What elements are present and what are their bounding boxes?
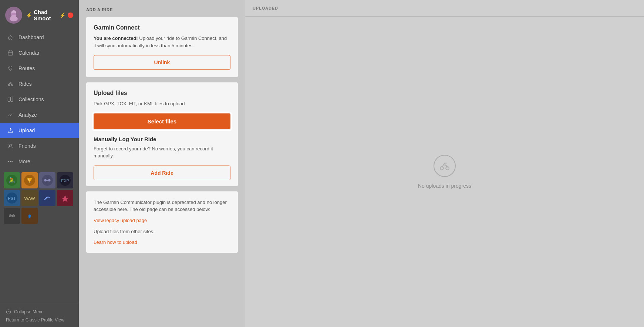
rides-icon	[7, 80, 14, 88]
friends-icon	[7, 142, 14, 150]
lightning-left-icon: ⚡	[26, 12, 32, 18]
badge-9[interactable]: 👤	[21, 208, 38, 224]
badge-2[interactable]: 🏆	[21, 172, 38, 188]
collections-icon	[7, 96, 14, 103]
add-ride-title: ADD A RIDE	[86, 7, 238, 12]
svg-point-16	[12, 161, 13, 162]
badge-4[interactable]: EXP	[57, 172, 73, 188]
badge-1[interactable]: 🚴	[4, 172, 20, 188]
upload-files-description: Pick GPX, TCX, FIT, or KML files to uplo…	[94, 100, 230, 108]
svg-text:WAW: WAW	[24, 196, 35, 201]
legacy-card: The Garmin Communicator plugin is deprec…	[86, 191, 238, 253]
premium-badge-icon: 🔴	[67, 12, 74, 18]
svg-point-12	[9, 144, 10, 146]
manually-log-title: Manually Log Your Ride	[94, 136, 230, 142]
sidebar-footer: Collapse Menu Return to Classic Profile …	[0, 303, 79, 327]
sidebar-item-upload[interactable]: Upload	[0, 123, 79, 138]
svg-rect-10	[8, 98, 10, 101]
location-icon	[7, 65, 14, 72]
lightning-right-icon: ⚡	[60, 12, 66, 18]
no-uploads-icon	[434, 155, 456, 177]
badge-6[interactable]: WAW	[21, 190, 38, 206]
badge-7[interactable]	[39, 190, 55, 206]
svg-point-15	[10, 161, 11, 162]
right-panel: UPLOADED No uploads in progress	[245, 0, 644, 327]
garmin-card-description: You are connected! Upload your ride to G…	[94, 35, 230, 49]
sidebar-item-routes[interactable]: Routes	[0, 61, 79, 76]
calendar-icon	[7, 49, 14, 57]
svg-text:🚴: 🚴	[9, 177, 16, 184]
svg-rect-5	[11, 15, 16, 18]
unlink-button[interactable]: Unlink	[94, 55, 230, 70]
collapse-menu-button[interactable]: Collapse Menu	[6, 308, 73, 316]
sidebar-nav: Dashboard Calendar Routes Rides Collecti	[0, 30, 79, 303]
sidebar-item-more[interactable]: More	[0, 154, 79, 169]
svg-rect-6	[8, 51, 13, 55]
add-ride-button[interactable]: Add Ride	[94, 166, 230, 180]
sidebar: ⚡ Chad Smoot ⚡ 🔴 Dashboard Calendar Rout…	[0, 0, 79, 327]
svg-rect-11	[11, 97, 13, 101]
left-panel: ADD A RIDE Garmin Connect You are connec…	[79, 0, 245, 327]
svg-point-31	[42, 193, 53, 204]
uploaded-header: UPLOADED	[245, 0, 644, 17]
analyze-icon	[7, 111, 14, 119]
badge-3[interactable]	[39, 172, 55, 188]
select-files-button[interactable]: Select files	[94, 113, 230, 129]
upload-other-sites-text: Upload files from other sites.	[94, 228, 230, 235]
learn-upload-link[interactable]: Learn how to upload	[94, 239, 137, 245]
badge-ghost-1[interactable]	[4, 208, 20, 224]
svg-text:PST: PST	[8, 196, 16, 201]
home-icon	[7, 34, 14, 41]
svg-point-13	[11, 144, 12, 146]
svg-point-9	[11, 84, 13, 86]
svg-text:EXP: EXP	[61, 178, 69, 183]
garmin-card: Garmin Connect You are connected! Upload…	[86, 17, 238, 77]
sidebar-item-dashboard[interactable]: Dashboard	[0, 30, 79, 45]
more-icon	[7, 158, 14, 165]
no-uploads-area: No uploads in progress	[245, 17, 644, 327]
manually-log-description: Forget to record your ride? No worries, …	[94, 145, 230, 160]
sidebar-item-collections[interactable]: Collections	[0, 92, 79, 107]
return-classic-link[interactable]: Return to Classic Profile View	[6, 316, 73, 324]
avatar	[5, 7, 22, 24]
upload-files-title: Upload files	[94, 90, 230, 96]
no-uploads-text: No uploads in progress	[418, 183, 471, 189]
badge-8[interactable]	[57, 190, 73, 206]
sidebar-header: ⚡ Chad Smoot ⚡ 🔴	[0, 0, 79, 30]
sidebar-item-friends[interactable]: Friends	[0, 138, 79, 154]
user-name: ⚡ Chad Smoot ⚡ 🔴	[26, 9, 74, 21]
svg-point-14	[8, 161, 9, 162]
main-content: ADD A RIDE Garmin Connect You are connec…	[79, 0, 644, 327]
sidebar-item-analyze[interactable]: Analyze	[0, 107, 79, 123]
svg-point-7	[10, 67, 11, 68]
sidebar-item-calendar[interactable]: Calendar	[0, 45, 79, 61]
upload-files-card: Upload files Pick GPX, TCX, FIT, or KML …	[86, 82, 238, 186]
garmin-card-title: Garmin Connect	[94, 24, 230, 31]
svg-text:👤: 👤	[27, 214, 32, 219]
legacy-description: The Garmin Communicator plugin is deprec…	[94, 199, 230, 213]
badge-grid: 🚴 🏆 EXP PST WAW	[0, 169, 79, 227]
upload-icon	[7, 127, 14, 134]
legacy-link[interactable]: View legacy upload page	[94, 218, 147, 223]
sidebar-item-rides[interactable]: Rides	[0, 76, 79, 92]
uploaded-title: UPLOADED	[253, 6, 637, 10]
badge-5[interactable]: PST	[4, 190, 20, 206]
svg-text:🏆: 🏆	[27, 178, 33, 184]
